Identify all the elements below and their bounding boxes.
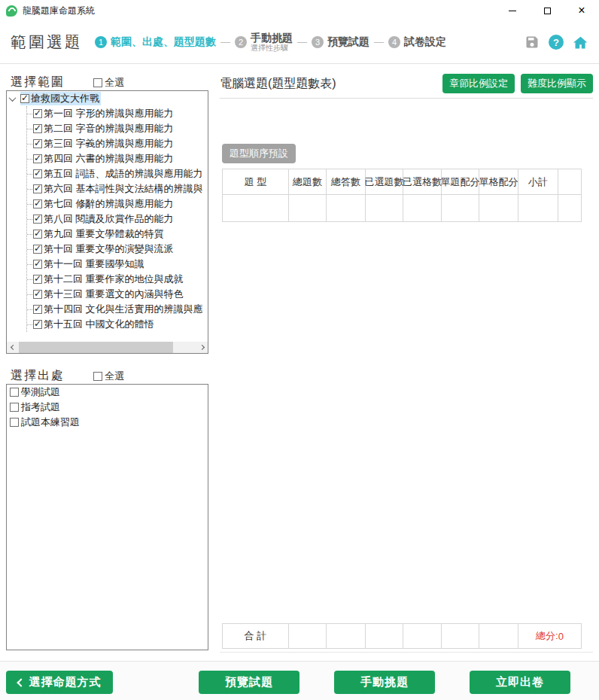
generate-paper-button[interactable]: 立即出卷 <box>470 671 570 694</box>
tree-item-checkbox[interactable] <box>33 184 42 193</box>
difficulty-ratio-button[interactable]: 難度比例顯示 <box>521 74 593 93</box>
save-button[interactable] <box>524 34 540 50</box>
table-cell <box>558 195 582 222</box>
tree-item[interactable]: 第五回 詞語、成語的辨識與應用能力 <box>27 166 208 181</box>
table-cell <box>289 195 327 222</box>
footer-total-label-cell: 合 計 <box>223 624 289 649</box>
tree-item[interactable]: 第十四回 文化與生活實用的辨識與應 <box>27 302 208 317</box>
help-button[interactable]: ? <box>548 34 564 50</box>
source-select-all-checkbox[interactable] <box>93 372 102 381</box>
bottom-action-bar: 選擇命題方式 預覽試題 手動挑題 立即出卷 <box>0 661 599 700</box>
home-icon <box>573 35 588 50</box>
manual-pick-button[interactable]: 手動挑題 <box>334 671 435 694</box>
tree-item[interactable]: 第十二回 重要作家的地位與成就 <box>27 272 208 287</box>
step-1-circle: 1 <box>95 36 107 48</box>
chevron-right-icon <box>199 345 204 350</box>
home-button[interactable] <box>572 34 588 50</box>
wizard-stepper: 1 範圍、出處、題型題數 — 2 手動挑題 選擇性步驟 — 3 預覽試題 — 4… <box>95 32 446 52</box>
source-list-panel: 學測試題 指考試題 試題本練習題 <box>6 384 208 650</box>
page-header: 範圍選題 1 範圍、出處、題型題數 — 2 手動挑題 選擇性步驟 — 3 預覽試… <box>0 21 599 64</box>
table-header-cell: 小計 <box>518 169 558 195</box>
horizontal-scrollbar[interactable] <box>7 342 208 353</box>
source-item[interactable]: 學測試題 <box>7 385 208 400</box>
range-select-all-checkbox[interactable] <box>93 78 102 87</box>
table-cell <box>223 195 289 222</box>
scroll-right-arrow[interactable] <box>197 342 208 353</box>
step-3-preview[interactable]: 3 預覽試題 <box>312 35 369 49</box>
tree-item-checkbox[interactable] <box>33 230 42 239</box>
source-item-checkbox[interactable] <box>10 388 19 397</box>
tree-item-checkbox[interactable] <box>33 169 42 178</box>
tree-item-checkbox[interactable] <box>33 290 42 299</box>
total-score: 總分:0 <box>518 624 582 649</box>
minimize-button[interactable] <box>495 0 530 21</box>
table-header-cell <box>558 169 582 195</box>
question-order-badge[interactable]: 題型順序預設 <box>222 144 296 163</box>
table-header-cell: 單題配分 <box>442 169 479 195</box>
table-header-cell: 單格配分 <box>479 169 518 195</box>
source-section-header: 選擇出處 全選 <box>11 368 124 384</box>
close-button[interactable]: × <box>564 0 599 21</box>
source-item[interactable]: 試題本練習題 <box>7 415 208 430</box>
range-select-all[interactable]: 全選 <box>93 76 124 90</box>
panel-divider <box>220 98 593 99</box>
tree-item-checkbox[interactable] <box>33 124 42 133</box>
tree-item-checkbox[interactable] <box>33 139 42 148</box>
step-1-range[interactable]: 1 範圍、出處、題型題數 <box>95 35 216 49</box>
table-footer-row: 合 計 總分:0 <box>222 623 582 649</box>
tree-item-checkbox[interactable] <box>33 275 42 284</box>
source-select-all[interactable]: 全選 <box>93 370 124 383</box>
tree-item-checkbox[interactable] <box>33 260 42 269</box>
maximize-button[interactable] <box>530 0 564 21</box>
tree-item-checkbox[interactable] <box>33 320 42 329</box>
tree-item[interactable]: 第四回 六書的辨識與應用能力 <box>27 151 208 166</box>
scroll-left-arrow[interactable] <box>7 342 17 353</box>
tree-item-checkbox[interactable] <box>33 305 42 314</box>
app-logo-icon <box>6 5 17 17</box>
tree-item-checkbox[interactable] <box>33 109 42 118</box>
scrollbar-thumb[interactable] <box>19 342 173 353</box>
step-separator: — <box>374 36 384 47</box>
source-item-checkbox[interactable] <box>10 403 19 412</box>
tree-item-checkbox[interactable] <box>33 154 42 163</box>
step-2-circle: 2 <box>235 36 247 48</box>
help-icon: ? <box>549 35 564 50</box>
tree-item-checkbox[interactable] <box>33 245 42 254</box>
chevron-down-icon[interactable] <box>9 94 17 102</box>
step-4-paper-settings[interactable]: 4 試卷設定 <box>388 35 446 49</box>
step-3-circle: 3 <box>312 36 324 48</box>
range-section-title: 選擇範圍 <box>11 75 65 90</box>
step-separator: — <box>220 36 230 47</box>
table-header-cell: 已選題數 <box>366 169 403 195</box>
tree-root-item[interactable]: 搶救國文大作戰 <box>7 91 208 106</box>
tree-item[interactable]: 第十三回 重要選文的內涵與特色 <box>27 287 208 302</box>
table-cell <box>289 624 327 649</box>
tree-item[interactable]: 第一回 字形的辨識與應用能力 <box>27 106 208 121</box>
tree-item[interactable]: 第十五回 中國文化的體悟 <box>27 317 208 332</box>
tree-item[interactable]: 第九回 重要文學體裁的特質 <box>27 227 208 242</box>
tree-root-checkbox[interactable] <box>20 94 29 103</box>
tree-item[interactable]: 第十回 重要文學的演變與流派 <box>27 242 208 257</box>
tree-root-selection: 搶救國文大作戰 <box>20 92 101 105</box>
tree-item[interactable]: 第二回 字音的辨識與應用能力 <box>27 121 208 136</box>
table-cell <box>479 195 518 222</box>
tree-item[interactable]: 第十一回 重要國學知識 <box>27 257 208 272</box>
step-2-manual-pick[interactable]: 2 手動挑題 選擇性步驟 <box>235 32 293 52</box>
source-item-checkbox[interactable] <box>10 418 19 427</box>
chapter-ratio-button[interactable]: 章節比例設定 <box>442 74 515 93</box>
tree-item-checkbox[interactable] <box>33 215 42 224</box>
range-tree-panel: 搶救國文大作戰 第一回 字形的辨識與應用能力 第二回 字音的辨識與應用能力 第三… <box>6 90 208 354</box>
table-cell <box>327 624 366 649</box>
source-item[interactable]: 指考試題 <box>7 400 208 415</box>
chevron-left-icon <box>10 345 15 350</box>
tree-item[interactable]: 第八回 閱讀及欣賞作品的能力 <box>27 212 208 227</box>
tree-item[interactable]: 第七回 修辭的辨識與應用能力 <box>27 196 208 212</box>
preview-questions-button[interactable]: 預覽試題 <box>199 671 300 694</box>
tree-item[interactable]: 第三回 字義的辨識與應用能力 <box>27 136 208 151</box>
tree-item[interactable]: 第六回 基本詞性與文法結構的辨識與 <box>27 181 208 196</box>
panel-bottom-divider <box>220 652 593 653</box>
table-header-cell: 總題數 <box>289 169 327 195</box>
save-icon <box>525 35 540 50</box>
choose-method-back-button[interactable]: 選擇命題方式 <box>6 671 113 694</box>
tree-item-checkbox[interactable] <box>33 199 42 208</box>
